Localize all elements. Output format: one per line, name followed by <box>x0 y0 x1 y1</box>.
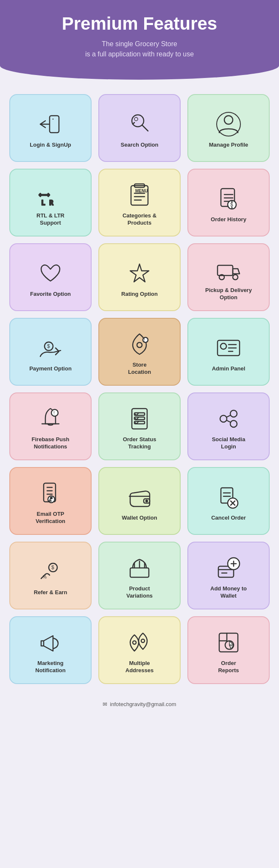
manage-profile-icon <box>215 111 242 138</box>
social-media-login-label: Social MediaLogin <box>212 436 246 451</box>
payment-option-icon: $ <box>37 334 64 362</box>
svg-point-28 <box>233 275 238 280</box>
favorite-option-icon <box>37 260 64 287</box>
svg-point-5 <box>134 117 138 121</box>
svg-point-31 <box>137 342 142 348</box>
feature-card-firebase-push[interactable]: ! Firebase PushNotifications <box>9 392 92 460</box>
order-reports-icon <box>215 629 242 656</box>
admin-panel-label: Admin Panel <box>212 365 246 373</box>
feature-card-order-status[interactable]: Order StatusTracking <box>98 392 181 460</box>
svg-point-7 <box>224 116 233 124</box>
categories-products-label: Categories &Products <box>123 212 156 227</box>
feature-card-refer-earn[interactable]: $ % Refer & Earn <box>9 542 92 609</box>
svg-line-4 <box>142 125 148 131</box>
feature-card-search-option[interactable]: Search Option <box>98 94 181 162</box>
svg-point-60 <box>146 500 148 502</box>
svg-point-46 <box>220 415 227 422</box>
svg-rect-70 <box>130 568 149 577</box>
feature-card-wallet-option[interactable]: Wallet Option <box>98 467 181 535</box>
footer: ✉ infotechgravity@gmail.com <box>0 694 279 716</box>
footer-email: ✉ infotechgravity@gmail.com <box>0 701 279 707</box>
feature-card-login-signup[interactable]: Login & SignUp <box>9 94 92 162</box>
store-location-icon: ! <box>126 331 153 358</box>
login-signup-label: Login & SignUp <box>30 141 71 149</box>
svg-rect-26 <box>218 265 233 275</box>
firebase-push-label: Firebase PushNotifications <box>32 436 70 451</box>
manage-profile-label: Manage Profile <box>209 141 248 149</box>
feature-card-favorite-option[interactable]: Favorite Option <box>9 243 92 311</box>
feature-card-admin-panel[interactable]: Admin Panel <box>187 318 270 386</box>
pickup-delivery-label: Pickup & DeliveryOption <box>205 287 252 301</box>
admin-panel-icon <box>215 334 242 362</box>
feature-card-pickup-delivery[interactable]: Pickup & DeliveryOption <box>187 243 270 311</box>
store-location-label: StoreLocation <box>128 361 151 376</box>
multiple-addresses-label: MultipleAddresses <box>126 659 153 674</box>
svg-point-79 <box>133 641 136 644</box>
refer-earn-label: Refer & Earn <box>34 589 67 596</box>
login-signup-icon <box>37 111 64 138</box>
feature-card-order-reports[interactable]: OrderReports <box>187 616 270 684</box>
social-media-login-icon <box>215 405 242 432</box>
add-money-wallet-icon <box>215 554 242 581</box>
feature-card-order-history[interactable]: $ Order History <box>187 169 270 236</box>
feature-card-add-money-wallet[interactable]: Add Money toWallet <box>187 542 270 609</box>
multiple-addresses-icon <box>126 629 153 656</box>
email-otp-label: Email OTPVerification <box>36 510 65 525</box>
feature-card-cancel-order[interactable]: Cancel Order <box>187 467 270 535</box>
categories-products-icon: MENU <box>126 181 153 209</box>
favorite-option-label: Favorite Option <box>30 290 71 298</box>
feature-card-rating-option[interactable]: Rating Option <box>98 243 181 311</box>
svg-text:$: $ <box>47 343 50 349</box>
svg-text:%: % <box>43 575 47 579</box>
email-otp-icon <box>37 480 64 507</box>
order-history-label: Order History <box>211 216 246 223</box>
svg-point-80 <box>141 639 145 643</box>
svg-rect-0 <box>50 116 59 133</box>
wallet-option-icon <box>126 484 153 511</box>
rating-option-label: Rating Option <box>121 290 158 298</box>
feature-card-marketing-notif[interactable]: MarketingNotification <box>9 616 92 684</box>
feature-card-payment-option[interactable]: $ Payment Option <box>9 318 92 386</box>
svg-point-47 <box>230 410 237 417</box>
svg-point-48 <box>230 420 237 427</box>
svg-text:!: ! <box>144 338 145 342</box>
svg-line-50 <box>227 420 230 422</box>
marketing-notif-label: MarketingNotification <box>35 659 66 674</box>
order-reports-label: OrderReports <box>218 659 239 674</box>
feature-card-manage-profile[interactable]: Manage Profile <box>187 94 270 162</box>
order-status-label: Order StatusTracking <box>123 436 156 451</box>
feature-card-categories-products[interactable]: MENU Categories &Products <box>98 169 181 236</box>
order-history-icon: $ <box>215 185 242 212</box>
svg-text:L  R: L R <box>41 199 53 207</box>
pickup-delivery-icon <box>215 256 242 283</box>
marketing-notif-icon <box>37 629 64 656</box>
search-option-label: Search Option <box>121 141 159 149</box>
cancel-order-icon <box>215 484 242 511</box>
feature-card-multiple-addresses[interactable]: MultipleAddresses <box>98 616 181 684</box>
feature-card-social-media-login[interactable]: Social MediaLogin <box>187 392 270 460</box>
footer-email-text: infotechgravity@gmail.com <box>110 701 176 707</box>
features-grid: Login & SignUp Search Option Manage Prof… <box>0 90 279 694</box>
svg-marker-25 <box>130 264 149 282</box>
product-variations-label: ProductVariations <box>126 585 153 600</box>
order-status-icon <box>126 405 153 432</box>
page-header: Premium Features The single Grocery Stor… <box>0 0 279 80</box>
svg-text:MENU: MENU <box>135 189 148 193</box>
svg-text:$: $ <box>51 565 54 570</box>
feature-card-rtl-ltr[interactable]: ←→ L R RTL & LTRSupport <box>9 169 92 236</box>
svg-text:!: ! <box>53 411 55 415</box>
email-icon: ✉ <box>103 701 107 707</box>
add-money-wallet-label: Add Money toWallet <box>210 585 247 600</box>
rating-option-icon <box>126 260 153 287</box>
wallet-option-label: Wallet Option <box>122 514 157 522</box>
product-variations-icon <box>126 554 153 581</box>
firebase-push-icon: ! <box>37 405 64 432</box>
feature-card-store-location[interactable]: ! StoreLocation <box>98 318 181 386</box>
feature-card-product-variations[interactable]: ProductVariations <box>98 542 181 609</box>
svg-text:←→: ←→ <box>39 189 50 200</box>
refer-earn-icon: $ % <box>37 558 64 585</box>
feature-card-email-otp[interactable]: Email OTPVerification <box>9 467 92 535</box>
rtl-ltr-label: RTL & LTRSupport <box>36 212 64 227</box>
search-option-icon <box>126 111 153 138</box>
svg-line-6 <box>133 122 134 124</box>
